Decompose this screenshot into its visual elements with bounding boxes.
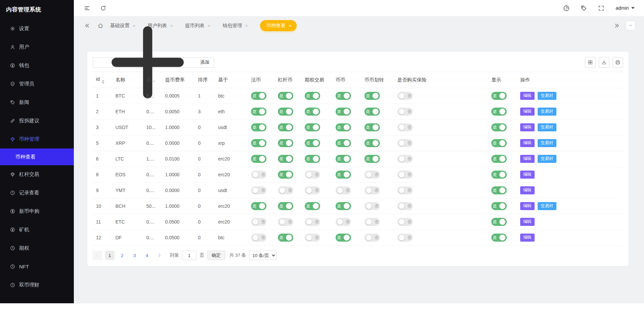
page-size-select[interactable]: 10 条/页 (249, 251, 277, 260)
toggle-lever[interactable]: 是 (278, 139, 293, 147)
collapse-menu-icon[interactable] (82, 3, 92, 13)
pair-button[interactable]: 交易对 (538, 139, 556, 147)
pair-button[interactable]: 交易对 (538, 92, 556, 100)
toggle-transfer[interactable]: 否 (364, 171, 380, 179)
sidebar-item-nft[interactable]: NFT (0, 257, 74, 276)
toggle-lever[interactable]: 是 (278, 171, 293, 179)
pair-button[interactable]: 交易对 (538, 155, 556, 163)
sidebar-item-news[interactable]: 新闻 (0, 93, 74, 112)
edit-button[interactable]: 编辑 (520, 218, 535, 226)
toggle-lever[interactable]: 是 (278, 155, 293, 163)
sidebar-item-records[interactable]: 记录查看 (0, 184, 74, 202)
pair-button[interactable]: 交易对 (538, 108, 556, 116)
toggle-fiat[interactable]: 是 (251, 123, 266, 131)
toggle-coin[interactable]: 是 (336, 234, 351, 242)
toggle-coin[interactable]: 是 (336, 92, 351, 100)
edit-button[interactable]: 编辑 (520, 123, 535, 131)
toggle-coin[interactable]: 是 (336, 139, 351, 147)
toggle-option[interactable]: 否 (305, 218, 320, 226)
toggle-coin[interactable]: 是 (336, 155, 351, 163)
toggle-fiat[interactable]: 否 (251, 186, 266, 194)
toggle-insurance[interactable]: 否 (397, 123, 413, 131)
edit-button[interactable]: 编辑 (520, 202, 535, 210)
tabs-scroll-right-icon[interactable] (612, 21, 621, 30)
toggle-option[interactable]: 是 (305, 139, 320, 147)
toggle-coin[interactable]: 否 (336, 186, 351, 194)
page-4[interactable]: 4 (142, 251, 152, 260)
tab-close-icon[interactable]: × (245, 23, 248, 28)
toggle-option[interactable]: 是 (305, 202, 320, 210)
user-menu[interactable]: admin (616, 5, 635, 11)
toggle-lever[interactable]: 是 (278, 92, 293, 100)
toggle-fiat[interactable]: 否 (251, 234, 266, 242)
toggle-insurance[interactable]: 否 (397, 234, 413, 242)
edit-button[interactable]: 编辑 (520, 155, 535, 163)
toggle-transfer[interactable]: 否 (364, 218, 380, 226)
edit-button[interactable]: 编辑 (520, 92, 535, 100)
toggle-insurance[interactable]: 否 (397, 186, 413, 194)
export-icon[interactable] (599, 57, 609, 68)
toggle-show[interactable]: 是 (491, 218, 507, 226)
toggle-insurance[interactable]: 否 (397, 155, 413, 163)
sidebar-item-users[interactable]: 用户 (0, 38, 74, 56)
sidebar-item-settings[interactable]: 设置 (0, 19, 74, 38)
fullscreen-icon[interactable] (596, 3, 606, 13)
pair-button[interactable]: 交易对 (538, 123, 556, 131)
toggle-show[interactable]: 是 (491, 202, 507, 210)
toggle-insurance[interactable]: 否 (397, 202, 413, 210)
sidebar-item-leverage[interactable]: 杠杆交易 (0, 165, 74, 184)
toggle-fiat[interactable]: 是 (251, 108, 266, 116)
sidebar-item-admins[interactable]: 管理员 (0, 75, 74, 93)
edit-button[interactable]: 编辑 (520, 171, 535, 179)
toggle-option[interactable]: 否 (305, 234, 320, 242)
dashboard-icon[interactable] (561, 3, 572, 13)
refresh-icon[interactable] (98, 3, 108, 13)
toggle-fiat[interactable]: 是 (251, 202, 266, 210)
pair-button[interactable]: 交易对 (538, 202, 556, 210)
goto-page-input[interactable] (182, 251, 197, 260)
sidebar-item-wallet[interactable]: 钱包 (0, 56, 74, 75)
sort-icon[interactable] (102, 80, 104, 84)
toggle-show[interactable]: 是 (491, 171, 507, 179)
toggle-transfer[interactable]: 是 (364, 139, 380, 147)
toggle-option[interactable]: 是 (305, 108, 320, 116)
tab-close-icon[interactable]: × (208, 23, 211, 28)
sidebar-item-coin-manage[interactable]: 币种管理 (0, 130, 74, 148)
toggle-option[interactable]: 是 (305, 123, 320, 131)
edit-button[interactable]: 编辑 (520, 186, 535, 194)
tab-close-icon[interactable]: × (289, 23, 292, 28)
toggle-coin[interactable]: 是 (336, 108, 351, 116)
toggle-insurance[interactable]: 否 (397, 108, 413, 116)
toggle-coin[interactable]: 否 (336, 218, 351, 226)
toggle-fiat[interactable]: 否 (251, 171, 266, 179)
toggle-option[interactable]: 否 (305, 171, 320, 179)
tab-wallet-manage[interactable]: 钱包管理× (222, 22, 248, 29)
toggle-transfer[interactable]: 否 (364, 234, 380, 242)
pagination-prev-icon[interactable] (93, 251, 102, 260)
goto-confirm-button[interactable]: 确定 (207, 251, 225, 260)
toggle-show[interactable]: 是 (491, 155, 507, 163)
toggle-fiat[interactable]: 是 (251, 92, 266, 100)
toggle-show[interactable]: 是 (491, 108, 507, 116)
toggle-transfer[interactable]: 否 (364, 202, 380, 210)
toggle-lever[interactable]: 否 (278, 218, 293, 226)
toggle-coin[interactable]: 是 (336, 171, 351, 179)
toggle-coin[interactable]: 是 (336, 123, 351, 131)
toggle-transfer[interactable]: 是 (364, 155, 380, 163)
sidebar-item-options[interactable]: 期权 (0, 239, 74, 257)
toggle-insurance[interactable]: 否 (397, 171, 413, 179)
toggle-transfer[interactable]: 是 (364, 92, 380, 100)
toggle-option[interactable]: 否 (305, 186, 320, 194)
toggle-lever[interactable]: 是 (278, 108, 293, 116)
add-button[interactable]: 添加 (93, 57, 214, 68)
toggle-fiat[interactable]: 否 (251, 218, 266, 226)
toggle-show[interactable]: 是 (491, 123, 507, 131)
toggle-transfer[interactable]: 是 (364, 108, 380, 116)
tabs-scroll-left-icon[interactable] (83, 21, 91, 30)
toggle-show[interactable]: 是 (491, 234, 507, 242)
page-1[interactable]: 1 (105, 251, 114, 260)
toggle-insurance[interactable]: 否 (397, 139, 413, 147)
toggle-coin[interactable]: 是 (336, 202, 351, 210)
sidebar-item-dual[interactable]: 双币理财 (0, 276, 74, 294)
toggle-transfer[interactable]: 否 (364, 186, 380, 194)
